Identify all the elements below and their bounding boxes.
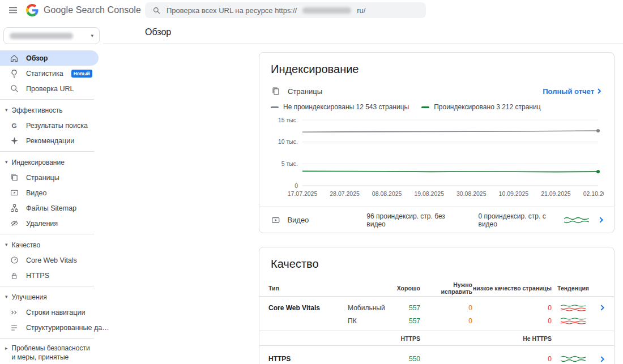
sidebar-item-search-results[interactable]: G Результаты поиска bbox=[0, 118, 99, 133]
app-title: Google Search Console bbox=[44, 5, 141, 15]
legend-item-indexed: Проиндексировано 3 212 страниц bbox=[421, 103, 540, 111]
video-no-video-stat: 96 проиндексир. стр. без видео bbox=[366, 212, 462, 228]
sidebar-item-label: Видео bbox=[26, 189, 47, 197]
page-title: Обзор bbox=[145, 27, 171, 37]
svg-text:08.08.2025: 08.08.2025 bbox=[372, 190, 402, 197]
property-selector[interactable]: ▾ bbox=[3, 27, 100, 44]
chevron-down-icon: ▾ bbox=[91, 33, 93, 38]
pages-label: Страницы bbox=[288, 87, 322, 96]
good-count: 550 bbox=[391, 355, 420, 363]
sidebar-section-performance[interactable]: ▾ Эффективность bbox=[0, 102, 103, 118]
indexing-card: Индексирование Страницы Полный отчет Не … bbox=[259, 52, 615, 233]
https-row: HTTPS 550 0 bbox=[259, 346, 614, 364]
legend-label: Проиндексировано 3 212 страниц bbox=[434, 103, 540, 111]
pages-chart: 05 тыс.10 тыс.15 тыс.17.07.202528.07.202… bbox=[271, 115, 604, 200]
indexing-card-title: Индексирование bbox=[259, 53, 614, 82]
sidebar-item-security-manual-actions[interactable]: ▸ Проблемы безопасности и меры, принятые… bbox=[0, 341, 103, 364]
sidebar-item-https[interactable]: HTTPS bbox=[0, 268, 99, 283]
col-header-trend: Тенденция bbox=[552, 285, 595, 292]
sidebar-item-label: Строки навигации bbox=[26, 309, 85, 316]
quality-card: Качество Тип Хорошо Нужно исправить низк… bbox=[259, 247, 615, 364]
quality-card-title: Качество bbox=[259, 247, 614, 276]
main-content: Обзор Индексирование Страницы Полный отч… bbox=[103, 20, 623, 364]
blurred-property-name bbox=[10, 33, 73, 39]
sidebar-item-sitemaps[interactable]: Файлы Sitemap bbox=[0, 200, 99, 216]
https-trend-sparkline bbox=[552, 354, 595, 363]
chevron-right-icon bbox=[596, 88, 603, 95]
full-report-link[interactable]: Полный отчет bbox=[543, 87, 603, 96]
chevron-down-icon: ▾ bbox=[5, 160, 8, 165]
sidebar-section-enhancements[interactable]: ▾ Улучшения bbox=[0, 289, 103, 305]
chevron-down-icon: ▾ bbox=[5, 242, 8, 247]
pages-icon bbox=[9, 173, 19, 183]
https-report-chevron[interactable] bbox=[595, 356, 606, 363]
sparkle-icon bbox=[9, 136, 19, 146]
quality-table-header: Тип Хорошо Нужно исправить низкое качест… bbox=[259, 280, 614, 297]
breadcrumbs-icon bbox=[9, 307, 19, 318]
video-trend-sparkline bbox=[564, 216, 590, 225]
video-report-chevron[interactable] bbox=[598, 216, 605, 224]
eye-off-icon bbox=[9, 219, 19, 229]
cwv-report-chevron[interactable] bbox=[595, 304, 606, 311]
sidebar-item-pages[interactable]: Страницы bbox=[0, 170, 99, 185]
cwv-mobile-row: Core Web Vitals Мобильный 557 0 0 bbox=[259, 301, 614, 314]
sidebar-item-label: Core Web Vitals bbox=[26, 256, 77, 264]
subheader-https: HTTPS bbox=[391, 335, 420, 342]
url-inspection-search-bar[interactable]: Проверка всех URL на ресурсе https:// ru… bbox=[145, 2, 426, 18]
list-icon bbox=[9, 323, 19, 333]
svg-text:02.10.2025: 02.10.2025 bbox=[583, 190, 604, 197]
sidebar-item-label: Проблемы безопасности и меры, принятые в… bbox=[12, 344, 92, 364]
low-quality-count: 0 bbox=[472, 355, 552, 363]
sidebar-section-experience[interactable]: ▾ Качество bbox=[0, 237, 103, 252]
sidebar-divider bbox=[0, 338, 94, 339]
device-label: ПК bbox=[348, 317, 391, 325]
sidebar: ▾ Обзор Статистика Новый Проверка URL ▾ … bbox=[0, 20, 103, 364]
svg-text:10.09.2025: 10.09.2025 bbox=[499, 190, 529, 197]
sidebar-item-breadcrumbs[interactable]: Строки навигации bbox=[0, 305, 99, 320]
search-placeholder-prefix: Проверка всех URL на ресурсе https:// bbox=[167, 6, 297, 15]
https-subheader-row: HTTPS Не HTTPS bbox=[259, 331, 614, 346]
svg-text:19.08.2025: 19.08.2025 bbox=[414, 190, 444, 197]
content-area: Индексирование Страницы Полный отчет Не … bbox=[103, 44, 623, 364]
chevron-right-icon: ▸ bbox=[5, 346, 8, 351]
hamburger-menu-button[interactable] bbox=[6, 3, 20, 18]
sidebar-item-url-inspection[interactable]: Проверка URL bbox=[0, 81, 99, 96]
sidebar-item-removals[interactable]: Удаления bbox=[0, 216, 99, 231]
svg-text:28.07.2025: 28.07.2025 bbox=[330, 190, 360, 197]
sidebar-item-core-web-vitals[interactable]: Core Web Vitals bbox=[0, 252, 99, 268]
sidebar-item-label: HTTPS bbox=[26, 272, 49, 280]
sidebar-item-label: Структурированные да… bbox=[26, 324, 109, 332]
chevron-down-icon: ▾ bbox=[5, 294, 8, 299]
legend-item-not-indexed: Не проиндексированы 12 543 страницы bbox=[271, 103, 409, 111]
sidebar-item-insights[interactable]: Статистика Новый bbox=[0, 66, 99, 81]
sidebar-item-label: Удаления bbox=[26, 220, 58, 228]
sidebar-item-overview[interactable]: Обзор bbox=[0, 50, 99, 66]
top-header: Google Search Console Проверка всех URL … bbox=[0, 0, 623, 20]
gauge-icon bbox=[9, 255, 19, 265]
new-badge: Новый bbox=[71, 70, 92, 78]
sidebar-divider bbox=[0, 234, 94, 234]
chevron-right-icon bbox=[598, 216, 605, 224]
legend-label: Не проиндексированы 12 543 страницы bbox=[283, 103, 409, 111]
sidebar-item-recommendations[interactable]: Рекомендации bbox=[0, 133, 99, 148]
lock-icon bbox=[9, 271, 19, 281]
svg-text:15 тыс.: 15 тыс. bbox=[278, 117, 298, 123]
needs-fix-count: 0 bbox=[420, 304, 472, 312]
svg-text:30.08.2025: 30.08.2025 bbox=[456, 190, 487, 197]
chevron-down-icon: ▾ bbox=[5, 108, 8, 113]
pages-icon bbox=[271, 86, 281, 96]
device-label: Мобильный bbox=[348, 304, 391, 312]
google-g-icon: G bbox=[9, 121, 19, 131]
section-label: Эффективность bbox=[12, 106, 63, 114]
sidebar-item-label: Проверка URL bbox=[26, 85, 74, 93]
sidebar-item-label: Файлы Sitemap bbox=[26, 204, 76, 212]
col-header-type: Тип bbox=[268, 285, 348, 292]
pages-chart-wrap: 05 тыс.10 тыс.15 тыс.17.07.202528.07.202… bbox=[259, 111, 614, 202]
video-icon bbox=[9, 188, 19, 198]
sidebar-section-indexing[interactable]: ▾ Индексирование bbox=[0, 155, 103, 170]
sidebar-item-video[interactable]: Видео bbox=[0, 185, 99, 200]
svg-text:5 тыс.: 5 тыс. bbox=[281, 160, 298, 167]
section-label: Качество bbox=[12, 241, 41, 249]
sidebar-item-structured-data[interactable]: Структурированные да… bbox=[0, 320, 99, 335]
row-name: HTTPS bbox=[268, 355, 348, 363]
